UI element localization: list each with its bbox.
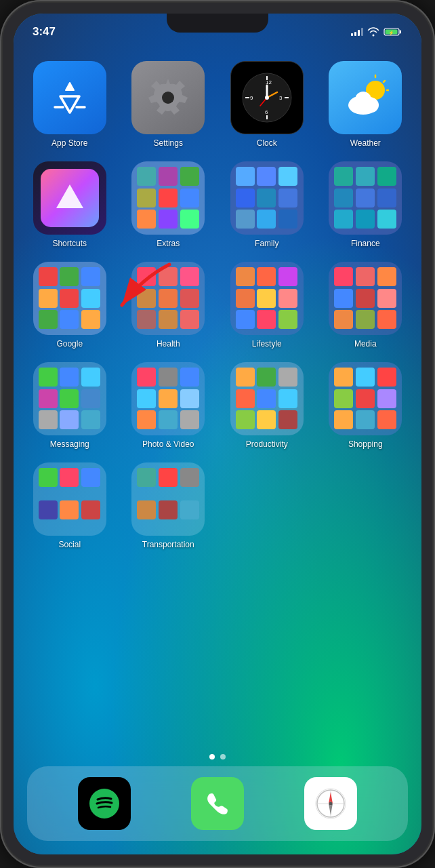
- status-icons: ⚡: [351, 27, 402, 37]
- health-label: Health: [157, 339, 180, 349]
- social-folder-icon[interactable]: Social: [27, 462, 112, 549]
- wifi-icon: [367, 27, 379, 37]
- messaging-folder-icon[interactable]: Messaging: [27, 362, 112, 449]
- empty-slot-2: [323, 462, 409, 549]
- weather-label: Weather: [350, 138, 381, 148]
- productivity-folder-icon[interactable]: Productivity: [224, 362, 310, 449]
- svg-point-38: [329, 802, 333, 806]
- social-label: Social: [58, 540, 81, 549]
- svg-line-27: [384, 81, 385, 82]
- family-folder-icon[interactable]: Family: [224, 161, 310, 248]
- lifestyle-label: Lifestyle: [252, 339, 282, 349]
- google-label: Google: [56, 339, 83, 349]
- status-time: 3:47: [33, 25, 56, 39]
- settings-icon[interactable]: Settings: [126, 61, 211, 148]
- app-row-1: App Store Settings: [27, 61, 408, 148]
- phone-screen: 3:47: [14, 14, 421, 854]
- app-row-5: Social Transportation: [27, 462, 408, 549]
- notch: [167, 14, 268, 33]
- shortcuts-label: Shortcuts: [52, 239, 87, 248]
- extras-label: Extras: [157, 239, 180, 248]
- photo-video-label: Photo & Video: [142, 439, 194, 449]
- safari-dock-icon[interactable]: [304, 777, 357, 830]
- app-row-3: Google: [27, 262, 408, 349]
- svg-text:6: 6: [265, 109, 268, 115]
- weather-app-icon[interactable]: Weather: [323, 61, 409, 148]
- page-dot-2[interactable]: [220, 754, 226, 760]
- family-label: Family: [255, 239, 278, 248]
- page-dots: [14, 754, 421, 760]
- finance-folder-icon[interactable]: Finance: [323, 161, 409, 248]
- phone-frame: 3:47: [0, 0, 435, 868]
- dock: [27, 766, 408, 841]
- transportation-label: Transportation: [142, 540, 194, 549]
- google-folder-icon[interactable]: Google: [27, 262, 112, 349]
- clock-app-icon[interactable]: 12 3 6 9 Clock: [224, 61, 310, 148]
- empty-slot-1: [224, 462, 310, 549]
- battery-icon: ⚡: [384, 27, 402, 37]
- media-label: Media: [354, 339, 377, 349]
- media-folder-icon[interactable]: Media: [323, 262, 409, 349]
- spotify-dock-icon[interactable]: [78, 777, 131, 830]
- svg-point-7: [162, 92, 174, 104]
- signal-icon: [351, 28, 363, 36]
- transportation-folder-icon[interactable]: Transportation: [126, 462, 211, 549]
- svg-point-20: [265, 96, 269, 100]
- page-dot-1[interactable]: [209, 754, 215, 760]
- extras-folder-icon[interactable]: Extras: [126, 161, 211, 248]
- shopping-folder-icon[interactable]: Shopping: [323, 362, 409, 449]
- svg-marker-29: [56, 184, 83, 208]
- app-grid: App Store Settings: [14, 54, 421, 787]
- svg-point-25: [355, 92, 371, 108]
- svg-rect-1: [400, 31, 401, 34]
- shortcuts-app-icon[interactable]: Shortcuts: [27, 161, 112, 248]
- finance-label: Finance: [351, 239, 380, 248]
- app-row-4: Messaging: [27, 362, 408, 449]
- photo-video-folder-icon[interactable]: Photo & Video: [126, 362, 211, 449]
- phone-dock-icon[interactable]: [191, 777, 244, 830]
- svg-text:⚡: ⚡: [388, 30, 394, 36]
- messaging-label: Messaging: [50, 439, 89, 449]
- svg-point-31: [89, 789, 119, 818]
- svg-text:3: 3: [279, 95, 283, 101]
- health-folder-icon[interactable]: Health: [126, 262, 211, 349]
- productivity-label: Productivity: [246, 439, 288, 449]
- app-store-label: App Store: [51, 138, 87, 148]
- app-store-icon[interactable]: App Store: [27, 61, 112, 148]
- svg-text:9: 9: [250, 95, 253, 101]
- app-row-2: Shortcuts: [27, 161, 408, 248]
- lifestyle-folder-icon[interactable]: Lifestyle: [224, 262, 310, 349]
- clock-label: Clock: [257, 138, 277, 148]
- settings-label: Settings: [154, 138, 183, 148]
- shopping-label: Shopping: [348, 439, 383, 449]
